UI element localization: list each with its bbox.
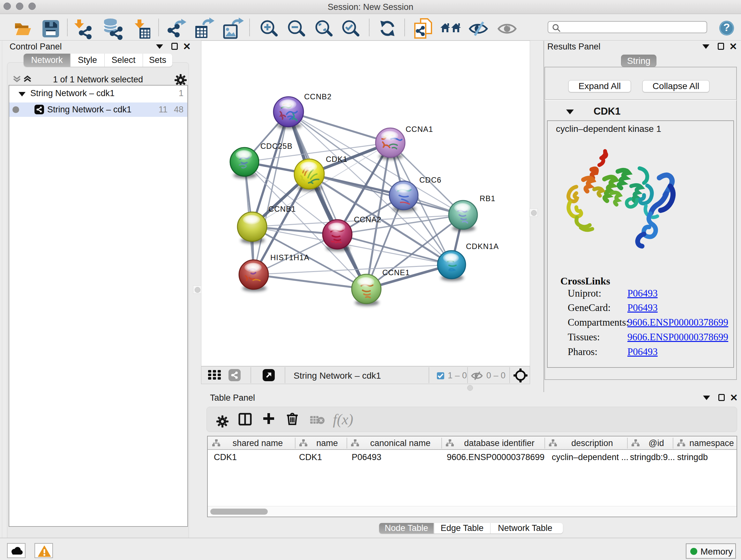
svg-text:CDC6: CDC6 (419, 176, 441, 184)
svg-text:CCNA2: CCNA2 (354, 215, 381, 224)
svg-text:CDC25B: CDC25B (260, 142, 293, 150)
svg-text:CCNA1: CCNA1 (406, 125, 433, 133)
svg-text:?: ? (724, 21, 730, 33)
svg-text:HIST1H1A: HIST1H1A (270, 253, 310, 262)
svg-text:CCNB1: CCNB1 (268, 205, 296, 213)
svg-text:CCNE1: CCNE1 (382, 268, 410, 277)
svg-text:CDK1: CDK1 (326, 155, 347, 164)
svg-text:RB1: RB1 (480, 194, 495, 203)
svg-text:CDKN1A: CDKN1A (466, 242, 499, 251)
svg-text:CCNB2: CCNB2 (304, 92, 332, 101)
